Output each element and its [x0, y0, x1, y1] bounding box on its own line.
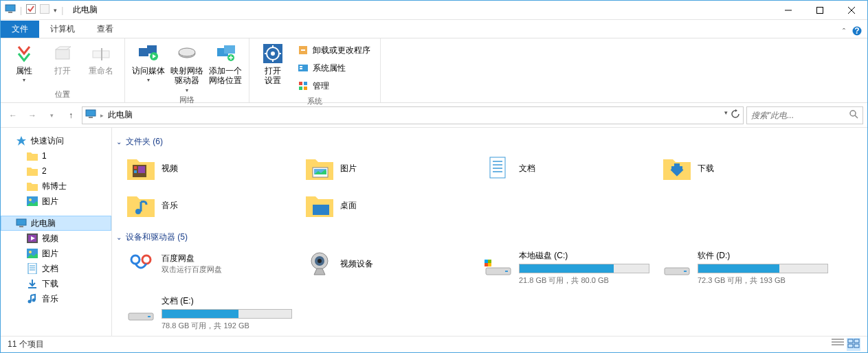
- address-box[interactable]: ▸ 此电脑 ▾: [82, 106, 744, 124]
- nav-quick-access[interactable]: 快速访问: [1, 133, 111, 148]
- checkbox-icon[interactable]: [26, 4, 36, 16]
- drive-freespace: 72.3 GB 可用，共 193 GB: [698, 275, 830, 286]
- nav-label: 2: [42, 166, 47, 176]
- minimize-button[interactable]: [772, 1, 804, 20]
- ribbon-tabs: 文件 计算机 查看 ˆ ?: [1, 20, 867, 38]
- tab-computer[interactable]: 计算机: [39, 21, 86, 38]
- map-drive-button[interactable]: 映射网络 驱动器 ▾: [168, 41, 206, 93]
- drive-icon: [127, 295, 155, 323]
- drive-capacity-bar: [519, 264, 649, 273]
- section-devices-header[interactable]: ⌄ 设备和驱动器 (5): [116, 229, 860, 247]
- tab-view[interactable]: 查看: [86, 21, 124, 38]
- nav-pc-item[interactable]: 音乐: [1, 291, 111, 306]
- search-input[interactable]: [751, 111, 849, 120]
- drive-e[interactable]: 文档 (E:) 78.8 GB 可用，共 192 GB: [124, 293, 296, 334]
- device-camera[interactable]: 视频设备: [303, 247, 475, 280]
- close-button[interactable]: [836, 1, 867, 20]
- folder-downloads[interactable]: 下载: [660, 152, 832, 185]
- search-icon[interactable]: [849, 109, 858, 121]
- folder-pictures[interactable]: 图片: [303, 152, 475, 185]
- svg-rect-36: [304, 87, 307, 90]
- svg-rect-3: [41, 5, 49, 14]
- tile-label: 桌面: [340, 200, 472, 212]
- drive-c[interactable]: 本地磁盘 (C:) 21.8 GB 可用，共 80.0 GB: [482, 247, 654, 288]
- nav-pc-item[interactable]: 文档: [1, 261, 111, 276]
- drive-d[interactable]: 软件 (D:) 72.3 GB 可用，共 193 GB: [660, 247, 832, 288]
- breadcrumb[interactable]: 此电脑: [108, 109, 133, 121]
- folder-music[interactable]: 音乐: [124, 189, 296, 222]
- nav-qa-item[interactable]: 1: [1, 148, 111, 163]
- folder-icon: [27, 166, 38, 176]
- properties-button[interactable]: 属性 ▾: [5, 41, 43, 88]
- address-dropdown-icon[interactable]: ▾: [724, 109, 728, 121]
- tiles-view-icon[interactable]: [847, 338, 860, 351]
- drive-icon: [485, 250, 512, 277]
- downloads-icon: [27, 278, 38, 289]
- nav-back-button[interactable]: ←: [5, 107, 21, 124]
- uninstall-icon: [298, 45, 309, 56]
- settings-label: 打开 设置: [265, 66, 281, 86]
- explorer-body: 快速访问 1 2 韩博士 图片 此电脑 视频 图片 文档 下载 音乐 ⌄ 文件夹…: [1, 128, 867, 336]
- svg-rect-88: [848, 339, 853, 343]
- music-icon: [27, 293, 38, 304]
- system-props-button[interactable]: 系统属性: [295, 60, 373, 76]
- svg-rect-14: [147, 45, 157, 54]
- status-item-count: 11 个项目: [8, 339, 44, 350]
- collapse-ribbon-icon[interactable]: ˆ: [843, 27, 845, 37]
- open-button[interactable]: 打开: [43, 41, 82, 88]
- title-bar: | ▾ | 此电脑: [1, 1, 867, 20]
- manage-button[interactable]: 管理: [295, 78, 373, 93]
- device-baidu[interactable]: 百度网盘双击运行百度网盘: [124, 247, 296, 280]
- nav-pc-item[interactable]: 视频: [1, 231, 111, 246]
- help-icon[interactable]: ?: [852, 26, 862, 38]
- videos-icon: [27, 233, 38, 244]
- rename-button[interactable]: 重命名: [82, 41, 120, 88]
- svg-point-23: [271, 52, 275, 56]
- chevron-down-icon: ⌄: [116, 234, 122, 241]
- uninstall-button[interactable]: 卸载或更改程序: [295, 43, 373, 58]
- add-location-button[interactable]: 添加一个 网络位置: [206, 41, 245, 93]
- nav-pc-item[interactable]: 下载: [1, 276, 111, 291]
- qat-dropdown-icon[interactable]: ▾: [54, 7, 57, 14]
- nav-label: 快速访问: [31, 135, 64, 147]
- qat-blank-icon[interactable]: [40, 4, 49, 16]
- nav-qa-item[interactable]: 2: [1, 163, 111, 179]
- svg-rect-91: [854, 344, 859, 348]
- folder-desktop[interactable]: 桌面: [303, 189, 475, 222]
- nav-qa-item[interactable]: 图片: [1, 194, 111, 209]
- window-controls: [772, 1, 867, 20]
- nav-forward-button[interactable]: →: [24, 107, 41, 124]
- open-settings-button[interactable]: 打开 设置: [254, 41, 292, 95]
- nav-label: 1: [42, 151, 47, 161]
- svg-rect-32: [300, 68, 302, 69]
- nav-pc-item[interactable]: 图片: [1, 246, 111, 261]
- section-title: 文件夹 (6): [126, 136, 163, 148]
- view-switcher: [832, 338, 860, 351]
- nav-label: 韩博士: [42, 181, 67, 192]
- folder-documents[interactable]: 文档: [482, 152, 654, 185]
- svg-rect-77: [485, 260, 488, 263]
- dropdown-icon: ▾: [23, 77, 25, 84]
- folders-grid: 视频 图片 文档 下载 音乐 桌面: [116, 152, 860, 222]
- svg-rect-37: [86, 110, 96, 116]
- downloads-folder-icon: [663, 155, 691, 182]
- details-view-icon[interactable]: [832, 338, 844, 351]
- folder-videos[interactable]: 视频: [124, 152, 296, 185]
- refresh-icon[interactable]: [731, 109, 740, 121]
- access-media-button[interactable]: 访问媒体 ▾: [129, 41, 168, 93]
- devices-grid: 百度网盘双击运行百度网盘 视频设备 本地磁盘 (C:) 21.8 GB 可用，共…: [116, 247, 860, 334]
- desktop-folder-icon: [306, 192, 333, 219]
- svg-text:?: ?: [854, 26, 859, 36]
- nav-qa-item[interactable]: 韩博士: [1, 179, 111, 194]
- svg-rect-10: [56, 49, 69, 59]
- webcam-icon: [306, 250, 333, 277]
- tab-file[interactable]: 文件: [1, 21, 39, 38]
- nav-this-pc[interactable]: 此电脑: [1, 216, 111, 231]
- maximize-button[interactable]: [804, 1, 836, 20]
- qat-divider: |: [61, 5, 63, 15]
- section-folders-header[interactable]: ⌄ 文件夹 (6): [116, 133, 860, 152]
- search-box[interactable]: [746, 106, 863, 124]
- tile-label: 图片: [340, 163, 472, 174]
- nav-up-button[interactable]: ↑: [63, 107, 79, 124]
- nav-recent-button[interactable]: ▾: [43, 107, 60, 124]
